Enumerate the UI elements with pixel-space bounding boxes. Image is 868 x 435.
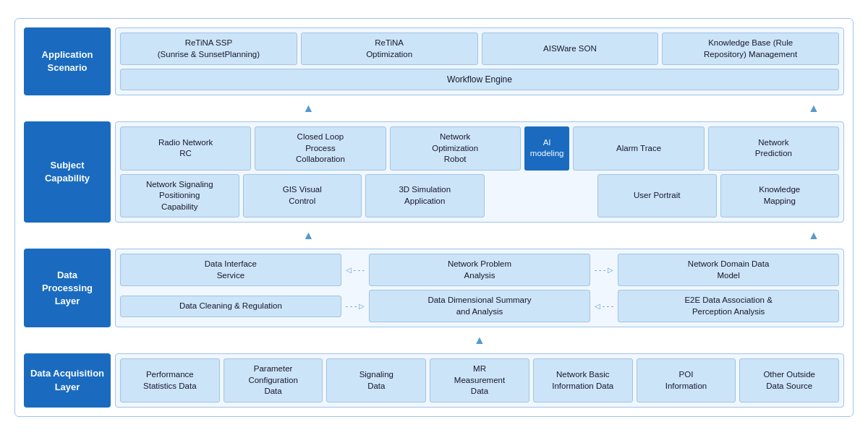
retina-optimization-box: ReTiNAOptimization — [301, 33, 478, 65]
network-optimization-robot-box: NetworkOptimizationRobot — [390, 126, 521, 171]
app-top-boxes: ReTiNA SSP(Sunrise & SunsetPlanning) ReT… — [120, 33, 839, 65]
architecture-diagram: ApplicationScenario ReTiNA SSP(Sunrise &… — [14, 18, 854, 417]
arrows-app-to-subject: ▲ ▲ — [24, 101, 844, 116]
knowledge-base-box: Knowledge Base (RuleRepository) Manageme… — [662, 33, 839, 65]
retina-ssp-box: ReTiNA SSP(Sunrise & SunsetPlanning) — [120, 33, 297, 65]
3d-simulation-box: 3D SimulationApplication — [365, 174, 485, 218]
network-basic-info-box: Network BasicInformation Data — [533, 358, 633, 402]
performance-statistics-box: PerformanceStatistics Data — [120, 358, 220, 402]
application-scenario-row: ApplicationScenario ReTiNA SSP(Sunrise &… — [24, 27, 844, 95]
aisware-son-box: AISWare SON — [482, 33, 659, 65]
network-prediction-box: NetworkPrediction — [708, 126, 839, 171]
e2e-data-association-box: E2E Data Association &Perception Analysi… — [618, 290, 839, 322]
poi-information-box: POIInformation — [637, 358, 736, 402]
network-domain-data-model-box: Network Domain DataModel — [618, 254, 839, 286]
subject-capability-row: SubjectCapability Radio NetworkRC Closed… — [24, 121, 844, 223]
arrow-up-5: ▲ — [474, 334, 485, 347]
data-acquisition-content: PerformanceStatistics Data ParameterConf… — [115, 353, 844, 408]
data-acquisition-row: Data AcquisitionLayer PerformanceStatist… — [24, 353, 844, 408]
arrows-dp-to-acq: ▲ — [24, 333, 844, 348]
arrow-up-4: ▲ — [808, 229, 820, 242]
ai-modeling-box: AImodeling — [524, 126, 570, 171]
application-scenario-label: ApplicationScenario — [24, 27, 111, 95]
dp-arrow-right-1: - - - ▷ — [593, 266, 615, 274]
other-outside-data-box: Other OutsideData Source — [739, 358, 839, 402]
data-processing-row: DataProcessingLayer Data InterfaceServic… — [24, 249, 844, 327]
data-acquisition-label: Data AcquisitionLayer — [24, 353, 111, 408]
mr-measurement-box: MRMeasurementData — [430, 358, 529, 402]
network-signaling-box: Network SignalingPositioningCapability — [120, 174, 239, 218]
dp-row-2: Data Cleaning & Regulation - - - ▷ Data … — [120, 290, 839, 322]
arrow-up-1: ▲ — [302, 102, 314, 115]
alarm-trace-box: Alarm Trace — [573, 126, 704, 171]
signaling-data-box: SignalingData — [326, 358, 426, 402]
parameter-configuration-box: ParameterConfigurationData — [224, 358, 323, 402]
arrows-subject-to-dp: ▲ ▲ — [24, 228, 844, 243]
application-scenario-content: ReTiNA SSP(Sunrise & SunsetPlanning) ReT… — [115, 27, 844, 95]
dp-arrow-left-1: ◁ - - - — [344, 266, 366, 274]
workflow-engine-bar: Workflow Engine — [120, 69, 839, 90]
gis-visual-box: GIS VisualControl — [243, 174, 362, 218]
data-dimensional-summary-box: Data Dimensional Summaryand Analysis — [369, 290, 590, 322]
dp-row-1: Data InterfaceService ◁ - - - Network Pr… — [120, 254, 839, 286]
radio-network-rc-box: Radio NetworkRC — [120, 126, 251, 171]
knowledge-mapping-box: KnowledgeMapping — [720, 174, 840, 218]
data-processing-content: Data InterfaceService ◁ - - - Network Pr… — [115, 249, 844, 327]
dp-arrow-left-2: ◁ - - - — [593, 302, 615, 310]
subject-capability-content: Radio NetworkRC Closed LoopProcessCollab… — [115, 121, 844, 223]
network-problem-analysis-box: Network ProblemAnalysis — [369, 254, 590, 286]
dp-arrow-right-2: - - - ▷ — [344, 302, 366, 310]
arrow-up-3: ▲ — [302, 229, 314, 242]
subject-top-row: Radio NetworkRC Closed LoopProcessCollab… — [120, 126, 839, 171]
arrow-up-2: ▲ — [808, 102, 820, 115]
closed-loop-box: Closed LoopProcessCollaboration — [255, 126, 386, 171]
user-portrait-box: User Portrait — [597, 174, 717, 218]
subject-capability-label: SubjectCapability — [24, 121, 111, 223]
data-cleaning-box: Data Cleaning & Regulation — [120, 296, 341, 317]
subject-bottom-row: Network SignalingPositioningCapability G… — [120, 174, 839, 218]
acq-boxes: PerformanceStatistics Data ParameterConf… — [120, 358, 839, 402]
data-interface-service-box: Data InterfaceService — [120, 254, 341, 286]
data-processing-label: DataProcessingLayer — [24, 249, 111, 327]
